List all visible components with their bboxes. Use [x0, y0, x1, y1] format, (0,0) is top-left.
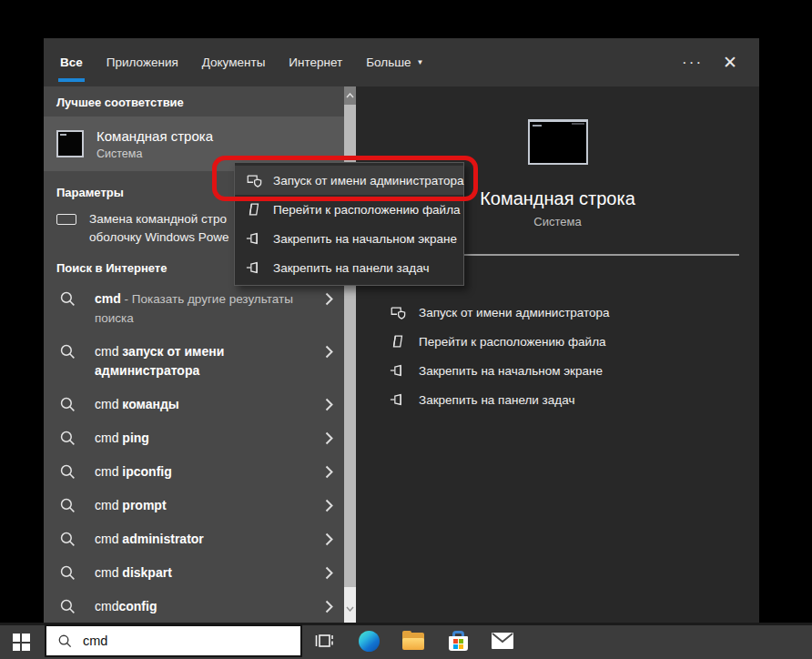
magnifier-icon: [59, 598, 76, 615]
chevron-right-icon[interactable]: [325, 566, 333, 580]
magnifier-icon: [59, 430, 76, 447]
store-icon: [449, 631, 468, 651]
chevron-right-icon[interactable]: [325, 292, 333, 306]
search-suggestion[interactable]: cmd ipconfig: [44, 455, 344, 489]
uac-shield-icon: [246, 172, 262, 188]
action-pin-to-start[interactable]: Закрепить на начальном экране: [356, 356, 759, 385]
search-filter-tabs: Все Приложения Документы Интернет Больше…: [44, 38, 759, 86]
taskbar: [0, 623, 812, 659]
chevron-right-icon[interactable]: [325, 465, 333, 479]
tab-web[interactable]: Интернет: [277, 38, 354, 86]
magnifier-icon: [59, 396, 76, 413]
search-suggestion[interactable]: cmd ping: [44, 421, 344, 455]
file-explorer-icon: [402, 633, 424, 650]
menu-item-pin-to-taskbar[interactable]: Закрепить на панели задач: [235, 253, 463, 282]
tab-all[interactable]: Все: [48, 38, 95, 86]
edge-browser-button[interactable]: [349, 623, 389, 659]
magnifier-icon: [59, 531, 76, 548]
search-icon: [57, 634, 73, 649]
magnifier-icon: [59, 564, 76, 582]
store-button[interactable]: [438, 623, 478, 659]
web-suggestions-list: cmd - Показать другие результаты поиска …: [44, 282, 344, 623]
file-location-icon: [246, 201, 262, 218]
best-match-header: Лучшее соответствие: [56, 96, 331, 109]
chevron-right-icon[interactable]: [325, 431, 333, 445]
search-suggestion[interactable]: cmd команды: [44, 388, 344, 421]
settings-result-line2: оболочку Windows Powe: [89, 228, 229, 247]
mail-button[interactable]: [482, 623, 523, 659]
search-input[interactable]: [83, 634, 283, 648]
chevron-right-icon[interactable]: [325, 532, 333, 546]
search-suggestion[interactable]: cmdconfig: [44, 590, 344, 623]
edge-icon: [359, 631, 380, 652]
windows-logo-icon: [13, 634, 30, 651]
search-suggestion[interactable]: cmd administrator: [44, 522, 344, 556]
search-suggestion[interactable]: cmd - Показать другие результаты поиска: [44, 282, 344, 335]
pin-icon: [246, 230, 262, 247]
menu-item-run-as-admin[interactable]: Запуск от имени администратора: [235, 166, 463, 195]
chevron-right-icon[interactable]: [325, 600, 333, 613]
best-match-subtitle: Система: [96, 147, 213, 160]
file-explorer-button[interactable]: [393, 623, 433, 659]
close-icon[interactable]: ✕: [723, 52, 737, 73]
magnifier-icon: [59, 343, 76, 360]
task-view-icon: [314, 631, 334, 651]
magnifier-icon: [59, 463, 76, 481]
context-menu: Запуск от имени администратора Перейти к…: [234, 162, 464, 286]
file-location-icon: [390, 333, 406, 350]
search-suggestion[interactable]: cmd запуск от имени администратора: [44, 335, 344, 388]
pin-icon: [246, 259, 262, 276]
action-open-file-location[interactable]: Перейти к расположению файла: [356, 327, 759, 356]
tab-more[interactable]: Больше ▼: [354, 38, 435, 86]
mail-icon: [492, 633, 513, 649]
menu-item-pin-to-start[interactable]: Закрепить на начальном экране: [235, 224, 463, 253]
preview-actions-list: Запуск от имени администратора Перейти к…: [356, 298, 759, 414]
tab-documents[interactable]: Документы: [190, 38, 278, 86]
magnifier-icon: [59, 497, 76, 514]
taskbar-search-box[interactable]: [45, 624, 302, 657]
menu-item-open-file-location[interactable]: Перейти к расположению файла: [235, 195, 463, 224]
tab-apps[interactable]: Приложения: [95, 38, 190, 86]
console-settings-icon: [56, 214, 76, 225]
search-suggestion[interactable]: cmd diskpart: [44, 556, 344, 590]
cmd-app-icon-large: [528, 119, 588, 165]
settings-result-line1: Замена командной стро: [89, 210, 229, 228]
scrollbar-up-arrow-icon[interactable]: [344, 86, 356, 105]
chevron-right-icon[interactable]: [325, 398, 333, 411]
scrollbar-down-arrow-icon[interactable]: [344, 587, 356, 623]
taskbar-icons: [304, 623, 523, 659]
cmd-app-icon: [56, 130, 84, 157]
pin-icon: [390, 391, 406, 408]
uac-shield-icon: [390, 304, 406, 320]
chevron-right-icon[interactable]: [325, 345, 333, 359]
header-actions: ··· ✕: [682, 52, 759, 73]
action-run-as-admin[interactable]: Запуск от имени администратора: [356, 298, 759, 327]
more-options-icon[interactable]: ···: [682, 54, 703, 72]
search-flyout-panel: Все Приложения Документы Интернет Больше…: [44, 38, 759, 623]
start-button[interactable]: [0, 625, 42, 659]
task-view-button[interactable]: [304, 623, 344, 659]
pin-icon: [390, 362, 406, 379]
action-pin-to-taskbar[interactable]: Закрепить на панели задач: [356, 385, 759, 414]
chevron-down-icon: ▼: [417, 58, 424, 66]
magnifier-icon: [59, 290, 76, 308]
search-suggestion[interactable]: cmd prompt: [44, 489, 344, 522]
chevron-right-icon[interactable]: [325, 499, 333, 512]
best-match-title: Командная строка: [96, 127, 213, 145]
